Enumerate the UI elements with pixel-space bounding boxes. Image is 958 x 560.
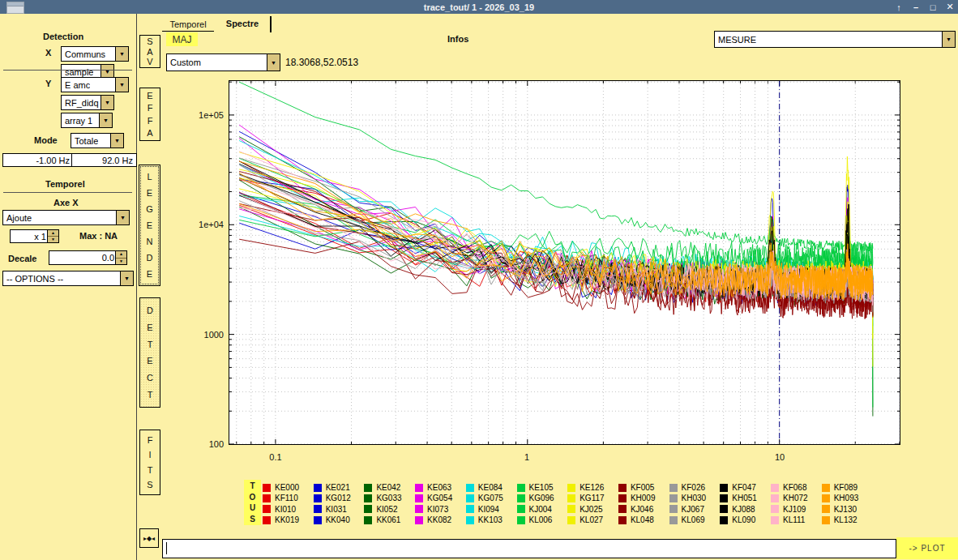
maj-button[interactable]: MAJ (166, 32, 198, 46)
chevron-down-icon[interactable]: ▼ (942, 32, 955, 47)
freq-min-field[interactable]: -1.00 Hz (2, 153, 74, 167)
legend-entry: KF047 (720, 483, 755, 492)
window-title: trace_tout/ 1 - 2026_03_19 (0, 2, 958, 12)
chevron-down-icon[interactable]: ▼ (99, 113, 112, 127)
legend-entry: KI052 (364, 505, 397, 514)
cursor-coordinates: 18.3068,52.0513 (285, 57, 358, 68)
chevron-down-icon[interactable]: ▼ (120, 271, 133, 285)
close-window-icon[interactable]: ✕ (945, 2, 955, 12)
detect-button[interactable]: DETECT (139, 297, 160, 408)
y-sub1-select[interactable]: RF_didq ▼ (61, 95, 114, 110)
decale-stepper[interactable]: ▲ ▼ (115, 250, 127, 265)
chevron-down-icon[interactable]: ▼ (116, 211, 129, 224)
color-swatch (517, 505, 525, 513)
chevron-down-icon[interactable]: ▼ (267, 54, 280, 71)
y-sub2-select[interactable]: array 1 ▼ (61, 113, 113, 128)
y-select[interactable]: E amc ▼ (61, 77, 129, 92)
step-down-icon[interactable]: ▼ (116, 259, 126, 265)
tab-divider (270, 16, 272, 32)
legend-entry: KJ025 (567, 505, 602, 514)
mode-select[interactable]: Totale ▼ (71, 133, 124, 148)
legend-entry: KK082 (415, 515, 451, 524)
channel-label: KF005 (631, 483, 654, 492)
mesure-select[interactable]: MESURE ▼ (714, 31, 956, 48)
options-select[interactable]: -- OPTIONS -- ▼ (2, 271, 134, 286)
chevron-down-icon[interactable]: ▼ (101, 96, 113, 109)
color-swatch (669, 484, 678, 492)
channel-label: KF110 (275, 494, 298, 502)
legende-button[interactable]: LEGENDE (139, 165, 160, 286)
minimize-window-icon[interactable]: – (911, 2, 921, 12)
channel-label: KG117 (580, 494, 604, 502)
fits-button[interactable]: FITS (139, 430, 160, 495)
command-input[interactable] (162, 539, 896, 558)
color-swatch (415, 484, 423, 492)
color-swatch (263, 505, 271, 513)
legend-entry: KL132 (822, 515, 857, 524)
channel-label: KE021 (326, 483, 350, 492)
chevron-down-icon[interactable]: ▼ (110, 134, 123, 147)
spectrum-plot[interactable] (229, 80, 900, 445)
channel-label: KL048 (631, 515, 654, 524)
multiplier-field[interactable]: x 1 (10, 229, 50, 243)
color-swatch (822, 516, 830, 524)
effa-button[interactable]: EFFA (139, 88, 160, 141)
channel-label: KF089 (834, 483, 857, 492)
channel-legend: TOUS KE000KF110KI010KK019KE021KG012KI031… (242, 478, 890, 528)
channel-label: KK040 (326, 515, 350, 524)
range-select[interactable]: Custom ▼ (166, 53, 280, 71)
legend-entry: KG033 (364, 494, 401, 502)
channel-label: KE084 (478, 483, 503, 492)
legend-entry: KL111 (771, 515, 805, 524)
decale-field[interactable]: 0.0 (49, 250, 118, 265)
tab-temporel[interactable]: Temporel (162, 18, 214, 32)
legend-entry: KG117 (567, 494, 604, 502)
legend-entry: KL069 (669, 515, 705, 524)
x-tick-10: 10 (775, 452, 785, 462)
multiplier-stepper[interactable]: ▲ ▼ (47, 229, 59, 243)
channel-label: KH093 (834, 494, 859, 502)
plot-button[interactable]: -> PLOT (896, 537, 958, 559)
channel-label: KK103 (478, 515, 503, 524)
x-tick-0p1: 0.1 (269, 452, 281, 462)
max-label: Max : NA (79, 231, 118, 241)
legend-entry: KE042 (364, 483, 400, 492)
step-up-icon[interactable]: ▲ (116, 251, 126, 259)
color-swatch (720, 484, 728, 492)
tab-spectre[interactable]: Spectre (216, 15, 269, 31)
channel-label: KG033 (376, 494, 401, 502)
maximize-window-icon[interactable]: □ (928, 2, 938, 12)
legend-entry: KI010 (263, 505, 296, 514)
color-swatch (618, 516, 627, 524)
color-swatch (618, 505, 627, 513)
color-swatch (822, 484, 830, 492)
color-swatch (314, 494, 322, 502)
freq-max-field[interactable]: 92.0 Hz (71, 153, 137, 167)
axe-x-label: Axe X (53, 198, 79, 207)
chevron-down-icon[interactable]: ▼ (115, 78, 128, 92)
channel-label: KL027 (580, 515, 603, 524)
channel-label: KL069 (682, 515, 705, 524)
channel-label: KG075 (478, 494, 503, 502)
channel-label: KI052 (376, 505, 397, 514)
channel-label: KE105 (529, 483, 554, 492)
chevron-down-icon[interactable]: ▼ (115, 47, 128, 61)
infos-label: Infos (447, 34, 468, 44)
channel-label: KF068 (783, 483, 806, 492)
color-swatch (466, 516, 474, 524)
color-swatch (567, 494, 575, 502)
shade-window-icon[interactable]: ↑ (894, 2, 904, 12)
fit-view-button[interactable]: ▸◆◂ (139, 528, 159, 548)
axe-x-select[interactable]: Ajoute ▼ (2, 210, 130, 225)
y-axis-label: Y (45, 79, 51, 88)
step-up-icon[interactable]: ▲ (48, 230, 58, 237)
sav-button[interactable]: SAV (139, 35, 160, 68)
legend-entry: KE084 (466, 483, 503, 492)
y-tick-1000: 1000 (186, 330, 224, 340)
tous-button[interactable]: TOUS (244, 480, 261, 525)
legend-entry: KK019 (263, 515, 299, 524)
x-select[interactable]: Communs ▼ (61, 46, 129, 62)
legend-entry: KL090 (720, 515, 755, 524)
legend-entry: KH009 (618, 494, 656, 502)
step-down-icon[interactable]: ▼ (48, 237, 58, 242)
